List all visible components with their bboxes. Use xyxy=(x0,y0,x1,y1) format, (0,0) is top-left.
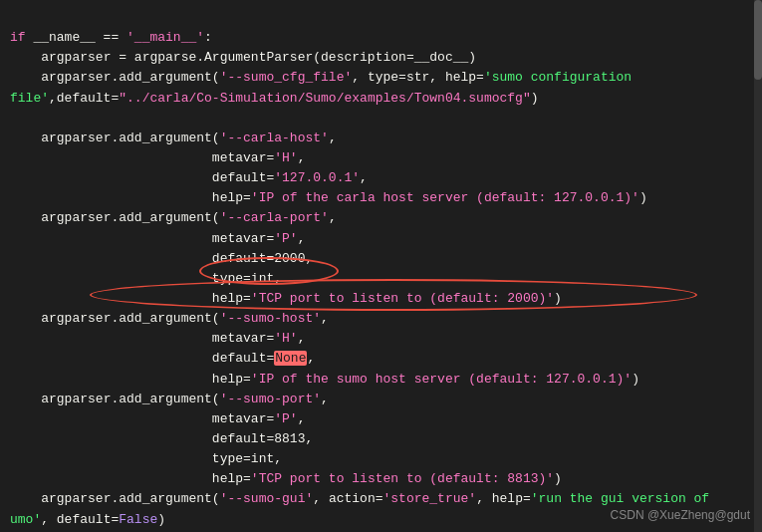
code-block: if __name__ == '__main__': argparser = a… xyxy=(0,0,762,532)
scrollbar-thumb[interactable] xyxy=(754,0,762,80)
keyword-if: if xyxy=(10,30,26,45)
scrollbar[interactable] xyxy=(754,0,762,532)
watermark: CSDN @XueZheng@gdut xyxy=(611,508,750,522)
